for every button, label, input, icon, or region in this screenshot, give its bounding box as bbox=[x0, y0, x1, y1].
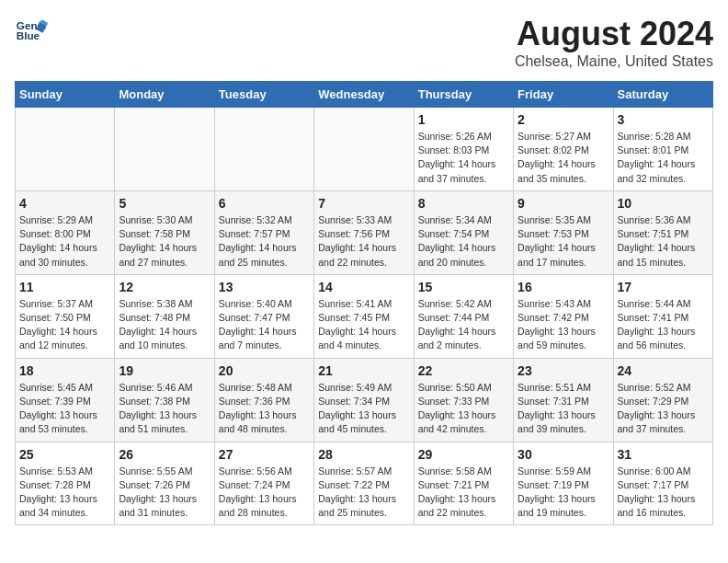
day-number: 18 bbox=[19, 363, 110, 378]
day-number: 28 bbox=[318, 447, 409, 462]
calendar-cell: 12Sunrise: 5:38 AM Sunset: 7:48 PM Dayli… bbox=[115, 274, 214, 358]
day-number: 6 bbox=[219, 196, 310, 211]
day-info: Sunrise: 5:43 AM Sunset: 7:42 PM Dayligh… bbox=[518, 297, 609, 353]
calendar-cell: 13Sunrise: 5:40 AM Sunset: 7:47 PM Dayli… bbox=[214, 274, 313, 358]
week-row-3: 11Sunrise: 5:37 AM Sunset: 7:50 PM Dayli… bbox=[16, 274, 713, 358]
day-info: Sunrise: 5:40 AM Sunset: 7:47 PM Dayligh… bbox=[219, 297, 310, 353]
logo: General Blue bbox=[15, 15, 48, 48]
day-number: 5 bbox=[119, 196, 210, 211]
page-header: General Blue August 2024 Chelsea, Maine,… bbox=[15, 15, 713, 70]
calendar-cell: 16Sunrise: 5:43 AM Sunset: 7:42 PM Dayli… bbox=[514, 274, 613, 358]
day-info: Sunrise: 5:53 AM Sunset: 7:28 PM Dayligh… bbox=[19, 465, 110, 521]
day-info: Sunrise: 5:28 AM Sunset: 8:01 PM Dayligh… bbox=[618, 130, 709, 186]
day-info: Sunrise: 5:45 AM Sunset: 7:39 PM Dayligh… bbox=[19, 381, 110, 437]
calendar-cell bbox=[16, 108, 115, 191]
day-info: Sunrise: 5:26 AM Sunset: 8:03 PM Dayligh… bbox=[418, 130, 509, 186]
calendar-cell: 22Sunrise: 5:50 AM Sunset: 7:33 PM Dayli… bbox=[414, 358, 513, 442]
day-number: 8 bbox=[418, 196, 509, 211]
week-row-1: 1Sunrise: 5:26 AM Sunset: 8:03 PM Daylig… bbox=[16, 108, 713, 191]
day-info: Sunrise: 5:29 AM Sunset: 8:00 PM Dayligh… bbox=[19, 213, 110, 270]
calendar-cell: 26Sunrise: 5:55 AM Sunset: 7:26 PM Dayli… bbox=[115, 442, 214, 525]
day-number: 24 bbox=[618, 363, 709, 378]
calendar-cell: 27Sunrise: 5:56 AM Sunset: 7:24 PM Dayli… bbox=[214, 442, 313, 525]
day-number: 15 bbox=[418, 280, 509, 294]
day-number: 26 bbox=[119, 447, 210, 462]
main-title: August 2024 bbox=[515, 15, 713, 53]
calendar-cell: 3Sunrise: 5:28 AM Sunset: 8:01 PM Daylig… bbox=[613, 108, 712, 191]
day-number: 12 bbox=[119, 280, 210, 294]
day-number: 13 bbox=[219, 280, 310, 294]
header-row: SundayMondayTuesdayWednesdayThursdayFrid… bbox=[16, 82, 713, 108]
day-info: Sunrise: 5:58 AM Sunset: 7:21 PM Dayligh… bbox=[418, 465, 509, 521]
day-info: Sunrise: 5:32 AM Sunset: 7:57 PM Dayligh… bbox=[219, 213, 310, 270]
day-number: 29 bbox=[418, 447, 509, 462]
day-number: 14 bbox=[318, 280, 409, 294]
day-info: Sunrise: 5:27 AM Sunset: 8:02 PM Dayligh… bbox=[518, 130, 609, 186]
day-number: 22 bbox=[418, 363, 509, 378]
subtitle: Chelsea, Maine, United States bbox=[515, 53, 713, 70]
calendar-cell: 6Sunrise: 5:32 AM Sunset: 7:57 PM Daylig… bbox=[214, 190, 313, 274]
day-info: Sunrise: 5:37 AM Sunset: 7:50 PM Dayligh… bbox=[19, 297, 110, 353]
day-info: Sunrise: 5:36 AM Sunset: 7:51 PM Dayligh… bbox=[618, 213, 709, 270]
calendar-cell: 17Sunrise: 5:44 AM Sunset: 7:41 PM Dayli… bbox=[613, 274, 712, 358]
day-number: 11 bbox=[19, 280, 110, 294]
day-info: Sunrise: 5:33 AM Sunset: 7:56 PM Dayligh… bbox=[318, 213, 409, 270]
day-info: Sunrise: 5:51 AM Sunset: 7:31 PM Dayligh… bbox=[518, 381, 609, 437]
calendar-cell: 21Sunrise: 5:49 AM Sunset: 7:34 PM Dayli… bbox=[314, 358, 414, 442]
day-number: 21 bbox=[318, 363, 409, 378]
day-info: Sunrise: 5:50 AM Sunset: 7:33 PM Dayligh… bbox=[418, 381, 509, 437]
calendar-cell: 28Sunrise: 5:57 AM Sunset: 7:22 PM Dayli… bbox=[314, 442, 414, 525]
calendar-cell: 4Sunrise: 5:29 AM Sunset: 8:00 PM Daylig… bbox=[16, 190, 115, 274]
calendar-cell: 30Sunrise: 5:59 AM Sunset: 7:19 PM Dayli… bbox=[514, 442, 613, 525]
day-number: 27 bbox=[219, 447, 310, 462]
calendar-cell: 9Sunrise: 5:35 AM Sunset: 7:53 PM Daylig… bbox=[514, 190, 613, 274]
day-info: Sunrise: 5:38 AM Sunset: 7:48 PM Dayligh… bbox=[119, 297, 210, 353]
day-info: Sunrise: 5:57 AM Sunset: 7:22 PM Dayligh… bbox=[318, 465, 409, 521]
calendar-cell: 20Sunrise: 5:48 AM Sunset: 7:36 PM Dayli… bbox=[214, 358, 313, 442]
day-info: Sunrise: 5:35 AM Sunset: 7:53 PM Dayligh… bbox=[518, 213, 609, 270]
day-number: 4 bbox=[19, 196, 110, 211]
day-info: Sunrise: 6:00 AM Sunset: 7:17 PM Dayligh… bbox=[618, 465, 709, 521]
col-header-tuesday: Tuesday bbox=[214, 82, 313, 108]
day-number: 2 bbox=[518, 112, 609, 127]
calendar-cell: 11Sunrise: 5:37 AM Sunset: 7:50 PM Dayli… bbox=[16, 274, 115, 358]
day-number: 30 bbox=[518, 447, 609, 462]
week-row-4: 18Sunrise: 5:45 AM Sunset: 7:39 PM Dayli… bbox=[16, 358, 713, 442]
col-header-friday: Friday bbox=[514, 82, 613, 108]
day-info: Sunrise: 5:55 AM Sunset: 7:26 PM Dayligh… bbox=[119, 465, 210, 521]
day-number: 23 bbox=[518, 363, 609, 378]
day-info: Sunrise: 5:41 AM Sunset: 7:45 PM Dayligh… bbox=[318, 297, 409, 353]
day-info: Sunrise: 5:59 AM Sunset: 7:19 PM Dayligh… bbox=[518, 465, 609, 521]
calendar-cell: 24Sunrise: 5:52 AM Sunset: 7:29 PM Dayli… bbox=[613, 358, 712, 442]
calendar-cell: 5Sunrise: 5:30 AM Sunset: 7:58 PM Daylig… bbox=[115, 190, 214, 274]
calendar-cell: 8Sunrise: 5:34 AM Sunset: 7:54 PM Daylig… bbox=[414, 190, 513, 274]
logo-icon: General Blue bbox=[15, 15, 48, 48]
day-number: 7 bbox=[318, 196, 409, 211]
calendar-cell: 23Sunrise: 5:51 AM Sunset: 7:31 PM Dayli… bbox=[514, 358, 613, 442]
calendar-table: SundayMondayTuesdayWednesdayThursdayFrid… bbox=[15, 81, 713, 525]
day-info: Sunrise: 5:56 AM Sunset: 7:24 PM Dayligh… bbox=[219, 465, 310, 521]
calendar-cell: 7Sunrise: 5:33 AM Sunset: 7:56 PM Daylig… bbox=[314, 190, 414, 274]
calendar-cell: 19Sunrise: 5:46 AM Sunset: 7:38 PM Dayli… bbox=[115, 358, 214, 442]
calendar-cell bbox=[314, 108, 414, 191]
day-number: 20 bbox=[219, 363, 310, 378]
day-number: 1 bbox=[418, 112, 509, 127]
calendar-cell bbox=[214, 108, 313, 191]
calendar-cell: 29Sunrise: 5:58 AM Sunset: 7:21 PM Dayli… bbox=[414, 442, 513, 525]
calendar-cell: 10Sunrise: 5:36 AM Sunset: 7:51 PM Dayli… bbox=[613, 190, 712, 274]
title-block: August 2024 Chelsea, Maine, United State… bbox=[515, 15, 713, 70]
day-number: 19 bbox=[119, 363, 210, 378]
day-info: Sunrise: 5:46 AM Sunset: 7:38 PM Dayligh… bbox=[119, 381, 210, 437]
col-header-saturday: Saturday bbox=[613, 82, 712, 108]
day-info: Sunrise: 5:48 AM Sunset: 7:36 PM Dayligh… bbox=[219, 381, 310, 437]
calendar-cell: 2Sunrise: 5:27 AM Sunset: 8:02 PM Daylig… bbox=[514, 108, 613, 191]
day-number: 3 bbox=[618, 112, 709, 127]
day-number: 17 bbox=[618, 280, 709, 294]
day-info: Sunrise: 5:44 AM Sunset: 7:41 PM Dayligh… bbox=[618, 297, 709, 353]
week-row-2: 4Sunrise: 5:29 AM Sunset: 8:00 PM Daylig… bbox=[16, 190, 713, 274]
week-row-5: 25Sunrise: 5:53 AM Sunset: 7:28 PM Dayli… bbox=[16, 442, 713, 525]
calendar-cell: 31Sunrise: 6:00 AM Sunset: 7:17 PM Dayli… bbox=[613, 442, 712, 525]
col-header-thursday: Thursday bbox=[414, 82, 513, 108]
col-header-sunday: Sunday bbox=[16, 82, 115, 108]
day-info: Sunrise: 5:34 AM Sunset: 7:54 PM Dayligh… bbox=[418, 213, 509, 270]
